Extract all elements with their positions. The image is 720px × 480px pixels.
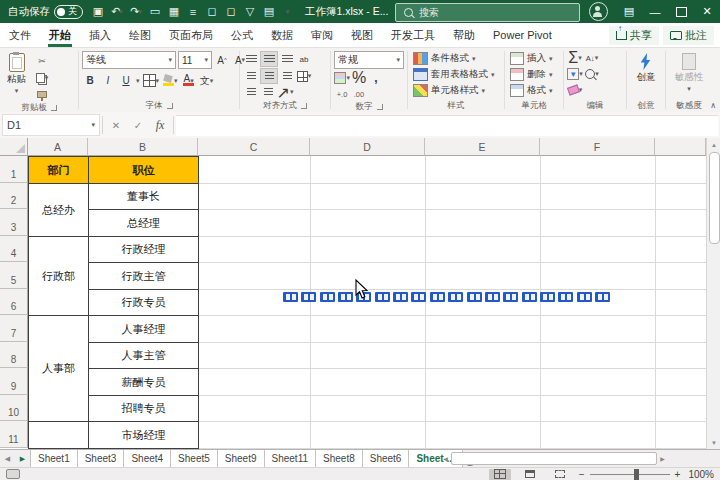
dialog-launcher-icon[interactable] bbox=[377, 104, 383, 110]
fill-button[interactable]: ▼▾ bbox=[567, 67, 583, 81]
comma-style-button[interactable]: , bbox=[368, 71, 384, 85]
page-layout-view-button[interactable] bbox=[519, 469, 541, 480]
format-as-table-button[interactable]: 套用表格格式▾ bbox=[411, 67, 497, 82]
row-header-5[interactable]: 5 bbox=[0, 262, 28, 289]
cell-B1[interactable]: 职位 bbox=[88, 156, 199, 184]
align-left-button[interactable] bbox=[243, 69, 259, 83]
search-input[interactable]: 搜索 bbox=[395, 3, 580, 22]
sheet-tab-Sheet11[interactable]: Sheet11 bbox=[264, 450, 317, 467]
drag-chip[interactable] bbox=[375, 292, 390, 302]
column-header-E[interactable]: E bbox=[425, 138, 540, 156]
cell-A1[interactable]: 部门 bbox=[28, 156, 89, 184]
position-cell[interactable]: 总经理 bbox=[88, 209, 199, 237]
ideas-button[interactable]: 创意 bbox=[633, 51, 660, 85]
tab-开发工具[interactable]: 开发工具 bbox=[382, 23, 444, 47]
decrease-indent-button[interactable] bbox=[243, 85, 259, 99]
borders-icon[interactable]: ▦ bbox=[165, 3, 183, 21]
tab-文件[interactable]: 文件 bbox=[0, 23, 40, 47]
vertical-scroll-thumb[interactable] bbox=[709, 152, 720, 244]
page-break-view-button[interactable] bbox=[549, 469, 571, 480]
column-header-partial[interactable] bbox=[655, 138, 706, 156]
align-bottom-button[interactable] bbox=[279, 52, 295, 66]
drag-chip[interactable] bbox=[283, 292, 298, 302]
sheet-tab-Sheet5[interactable]: Sheet5 bbox=[170, 450, 218, 467]
row-header-7[interactable]: 7 bbox=[0, 315, 28, 342]
bold-button[interactable]: B bbox=[82, 73, 98, 88]
select-all-corner[interactable] bbox=[0, 138, 28, 156]
tab-公式[interactable]: 公式 bbox=[222, 23, 262, 47]
autosum-button[interactable]: Σ▾ bbox=[567, 51, 583, 65]
row-header-1[interactable]: 1 bbox=[0, 156, 28, 183]
number-format-select[interactable]: 常规▾ bbox=[334, 51, 404, 69]
minimize-button[interactable]: — bbox=[642, 0, 668, 23]
increase-font-button[interactable]: A^ bbox=[214, 53, 230, 68]
drag-chip[interactable] bbox=[577, 292, 592, 302]
sheet-tab-Sheet6[interactable]: Sheet6 bbox=[362, 450, 410, 467]
align-right-button[interactable] bbox=[279, 69, 295, 83]
close-button[interactable]: ✕ bbox=[694, 0, 720, 23]
clear-button[interactable]: ▾ bbox=[567, 83, 583, 97]
position-cell[interactable]: 薪酬专员 bbox=[88, 368, 199, 396]
sheet-tab-Sheet4[interactable]: Sheet4 bbox=[123, 450, 171, 467]
font-size-select[interactable]: 11▾ bbox=[178, 51, 212, 69]
tab-视图[interactable]: 视图 bbox=[342, 23, 382, 47]
drag-chip[interactable] bbox=[430, 292, 445, 302]
sheet-tab-Sheet9[interactable]: Sheet9 bbox=[217, 450, 265, 467]
horizontal-scroll-thumb[interactable] bbox=[451, 452, 657, 465]
column-header-A[interactable]: A bbox=[28, 138, 88, 156]
chat-icon[interactable]: ◻ bbox=[222, 3, 240, 21]
drag-chip[interactable] bbox=[338, 292, 353, 302]
cell-styles-button[interactable]: 单元格样式▾ bbox=[411, 83, 487, 98]
dept-cell[interactable]: 总经办 bbox=[28, 183, 89, 237]
tab-页面布局[interactable]: 页面布局 bbox=[160, 23, 222, 47]
phonetic-guide-button[interactable]: 文▾ bbox=[199, 73, 215, 88]
row-header-2[interactable]: 2 bbox=[0, 183, 28, 209]
drag-chip[interactable] bbox=[467, 292, 482, 302]
redo-button[interactable]: ↷▾ bbox=[127, 3, 145, 21]
copy-button[interactable]: ▾ bbox=[32, 70, 52, 85]
drag-chip[interactable] bbox=[393, 292, 408, 302]
increase-decimal-button[interactable]: +.0 bbox=[334, 87, 350, 101]
sort-filter-button[interactable]: A↓▾ bbox=[584, 51, 600, 65]
tab-绘图[interactable]: 绘图 bbox=[120, 23, 160, 47]
position-cell[interactable]: 董事长 bbox=[88, 183, 199, 210]
dialog-launcher-icon[interactable] bbox=[167, 103, 173, 109]
column-header-D[interactable]: D bbox=[310, 138, 425, 156]
comment-icon[interactable]: ◻ bbox=[203, 3, 221, 21]
enter-entry-button[interactable]: ✓ bbox=[127, 115, 149, 135]
list-icon[interactable]: ≡ bbox=[184, 3, 202, 21]
group-icon[interactable]: ▤ bbox=[260, 3, 278, 21]
delete-cells-button[interactable]: 删除▾ bbox=[508, 67, 555, 82]
sheet-tab-Sheet8[interactable]: Sheet8 bbox=[315, 450, 363, 467]
tab-帮助[interactable]: 帮助 bbox=[444, 23, 484, 47]
comments-button[interactable]: 批注 bbox=[663, 26, 714, 45]
position-cell[interactable]: 人事主管 bbox=[88, 342, 199, 369]
horizontal-scrollbar[interactable]: ◀ ▶ bbox=[440, 450, 668, 466]
qat-more-button[interactable]: ▾ bbox=[279, 3, 297, 21]
dialog-launcher-icon[interactable] bbox=[301, 103, 307, 109]
dept-cell[interactable]: 人事部 bbox=[28, 315, 89, 422]
position-cell[interactable]: 行政经理 bbox=[88, 236, 199, 263]
zoom-slider[interactable]: − + bbox=[579, 469, 681, 480]
scroll-left-button[interactable]: ◀ bbox=[440, 455, 451, 462]
zoom-level[interactable]: 100% bbox=[688, 469, 714, 480]
percent-style-button[interactable]: % bbox=[351, 71, 367, 85]
position-cell[interactable]: 行政专员 bbox=[88, 289, 199, 316]
cancel-entry-button[interactable]: ✕ bbox=[105, 115, 127, 135]
save-button[interactable]: ▣ bbox=[89, 3, 107, 21]
wrap-text-button[interactable]: ab bbox=[296, 52, 312, 66]
row-header-9[interactable]: 9 bbox=[0, 368, 28, 395]
position-cell[interactable]: 招聘专员 bbox=[88, 395, 199, 422]
sheet-tab-Sheet1[interactable]: Sheet1 bbox=[30, 450, 78, 467]
zoom-in-button[interactable]: + bbox=[675, 469, 681, 480]
drag-chip[interactable] bbox=[595, 292, 610, 302]
find-select-button[interactable]: ▾ bbox=[584, 67, 600, 81]
scroll-up-button[interactable]: ▲ bbox=[707, 138, 720, 151]
decrease-decimal-button[interactable]: .00 bbox=[351, 87, 367, 101]
drag-chip[interactable] bbox=[320, 292, 335, 302]
drag-chip[interactable] bbox=[503, 292, 518, 302]
drag-chip[interactable] bbox=[540, 292, 555, 302]
vertical-scrollbar[interactable]: ▲ ▼ bbox=[706, 138, 720, 449]
position-cell[interactable]: 市场经理 bbox=[88, 421, 199, 449]
conditional-formatting-button[interactable]: 条件格式▾ bbox=[411, 51, 478, 66]
